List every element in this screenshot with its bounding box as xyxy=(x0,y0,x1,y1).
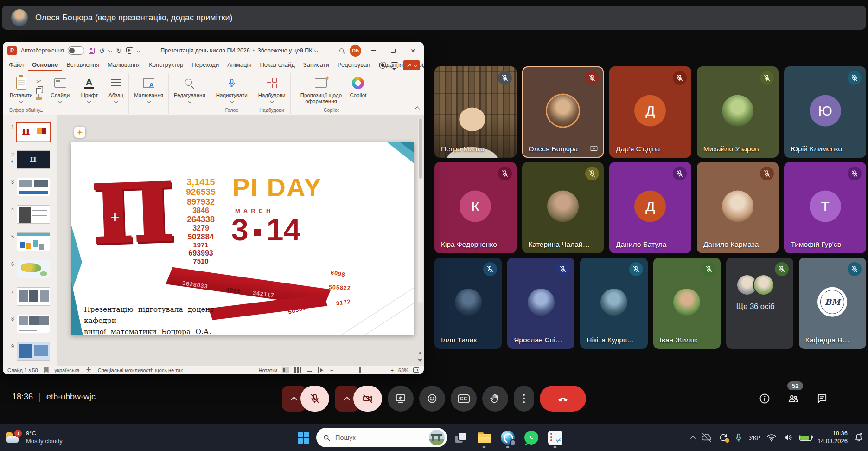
search-highlight-image[interactable] xyxy=(429,430,445,445)
weather-widget[interactable]: 1 9°C Mostly cloudy xyxy=(5,424,63,451)
record-icon[interactable] xyxy=(379,62,386,69)
slide-thumbnail[interactable] xyxy=(17,260,50,278)
participant-tile[interactable]: Петро Минко xyxy=(434,66,517,158)
activities-button[interactable] xyxy=(845,393,857,405)
slide-thumbnail[interactable] xyxy=(17,342,50,361)
reactions-button[interactable] xyxy=(419,386,445,412)
font-button[interactable]: Шрифт xyxy=(78,74,100,103)
participant-tile[interactable]: Михайло Уваров xyxy=(697,66,779,158)
paste-button[interactable]: Вставити xyxy=(8,74,34,103)
captions-button[interactable]: CC xyxy=(451,386,477,412)
edge-button[interactable] xyxy=(498,426,518,449)
zoom-level[interactable]: 63% xyxy=(398,367,408,373)
normal-view-icon[interactable] xyxy=(282,367,289,373)
notes-button[interactable]: Нотатки xyxy=(258,367,277,373)
task-view-button[interactable] xyxy=(450,426,471,449)
slide-thumbnail[interactable] xyxy=(17,315,50,333)
participant-tile[interactable]: Нікіта Кудря… xyxy=(580,258,647,349)
collapse-ribbon-icon[interactable] xyxy=(415,106,420,111)
search-box[interactable]: Пошук xyxy=(316,428,447,447)
taskbar-clock[interactable]: 18:36 14.03.2026 xyxy=(817,430,848,445)
tab-home[interactable]: Основне xyxy=(28,59,62,71)
chat-button[interactable] xyxy=(816,393,828,405)
tab-animations[interactable]: Анімація xyxy=(223,59,255,71)
tab-record[interactable]: Записати xyxy=(299,59,333,71)
next-slide-icon[interactable] xyxy=(418,359,422,362)
mic-in-use-icon[interactable] xyxy=(734,433,743,442)
zoom-in-icon[interactable]: + xyxy=(391,367,394,373)
format-painter-icon[interactable] xyxy=(36,97,42,100)
volume-icon[interactable] xyxy=(783,432,794,443)
comments-icon[interactable] xyxy=(391,62,398,68)
mic-mute-button[interactable] xyxy=(300,386,329,412)
autosave-toggle[interactable] xyxy=(68,46,84,55)
notification-bell-icon[interactable] xyxy=(853,432,864,443)
dialog-launcher-icon[interactable] xyxy=(40,109,43,112)
undo-icon[interactable]: ↺ xyxy=(99,47,105,54)
participant-tile[interactable]: ВМКафедра В… xyxy=(799,258,866,349)
editing-button[interactable]: Редагування xyxy=(172,74,207,103)
start-button[interactable] xyxy=(294,427,313,448)
participant-tile[interactable]: ДДар'я С'єдіна xyxy=(609,66,691,158)
whatsapp-button[interactable] xyxy=(521,426,542,449)
save-icon[interactable] xyxy=(89,48,95,54)
account-avatar[interactable]: ОБ xyxy=(350,45,361,57)
close-button[interactable]: × xyxy=(405,44,421,58)
slide-thumbnail[interactable] xyxy=(17,287,50,306)
participant-tile[interactable]: Ярослав Спі… xyxy=(507,258,574,349)
designer-chip[interactable] xyxy=(74,127,85,138)
share-button[interactable] xyxy=(403,60,420,70)
more-options-button[interactable] xyxy=(514,386,534,412)
slide-thumbnail[interactable] xyxy=(17,205,50,224)
file-explorer-button[interactable] xyxy=(474,426,494,449)
previous-slide-icon[interactable] xyxy=(418,352,422,354)
slides-button[interactable]: Слайди xyxy=(49,74,71,103)
camera-off-button[interactable] xyxy=(353,386,382,412)
zoom-out-icon[interactable]: − xyxy=(330,367,333,373)
participant-tile[interactable]: ЮЮрій Клименко xyxy=(784,66,866,158)
participant-tile[interactable]: ДДанило Батула xyxy=(609,162,691,253)
participants-button[interactable]: 52 xyxy=(787,393,799,405)
tab-design[interactable]: Конструктор xyxy=(145,59,187,71)
designer-button[interactable]: Пропозиції щодо оформлення xyxy=(294,74,348,105)
slide-thumbnail[interactable] xyxy=(17,178,50,196)
participant-tile[interactable]: Олеся Боцюра xyxy=(522,66,604,158)
participant-tile[interactable]: ТТимофій Гур'єв xyxy=(784,162,866,253)
participant-tile[interactable]: Ще 36 осіб xyxy=(726,258,793,349)
redo-icon[interactable]: ↻ xyxy=(116,47,122,54)
raise-hand-button[interactable] xyxy=(482,386,508,412)
slide-canvas[interactable]: π 3,141592653589793238462643383279502884… xyxy=(71,142,414,335)
language-indicator[interactable]: УКР xyxy=(749,434,760,441)
addins-button[interactable]: Надбудови xyxy=(256,74,287,103)
participant-tile[interactable]: Ілля Тилик xyxy=(434,258,502,349)
tab-file[interactable]: Файл xyxy=(5,59,28,71)
snipping-tool-button[interactable] xyxy=(545,426,565,449)
tab-draw[interactable]: Малювання xyxy=(103,59,145,71)
slide-thumbnail[interactable] xyxy=(17,123,50,142)
copy-icon[interactable] xyxy=(36,88,41,94)
quick-toolbar-caret[interactable] xyxy=(136,49,140,52)
tray-expand-icon[interactable] xyxy=(690,436,696,442)
slideshow-view-icon[interactable] xyxy=(318,367,326,373)
maximize-button[interactable] xyxy=(385,44,401,58)
slide-scrollbar[interactable] xyxy=(418,117,423,303)
present-button[interactable] xyxy=(388,386,414,412)
accessibility-status[interactable]: Спеціальні можливості: щось не так xyxy=(98,367,183,373)
start-slideshow-icon[interactable] xyxy=(126,47,133,52)
slide-thumbnail[interactable] xyxy=(17,232,50,251)
participant-tile[interactable]: Данило Кармаза xyxy=(697,162,779,253)
dictate-button[interactable]: Надиктувати xyxy=(214,74,249,103)
tab-transitions[interactable]: Переходи xyxy=(187,59,223,71)
drawing-button[interactable]: Малювання xyxy=(132,74,165,103)
copilot-button[interactable]: Copilot xyxy=(348,74,368,99)
sync-update-icon[interactable] xyxy=(718,432,728,443)
title-caret[interactable] xyxy=(314,49,318,52)
tab-insert[interactable]: Вставлення xyxy=(62,59,103,71)
reading-view-icon[interactable] xyxy=(306,367,313,373)
minimize-button[interactable] xyxy=(365,44,381,58)
cut-icon[interactable] xyxy=(36,77,41,85)
bookmark-icon[interactable] xyxy=(44,367,49,373)
undo-caret[interactable] xyxy=(108,49,112,52)
paragraph-button[interactable]: Абзац xyxy=(107,74,125,103)
onedrive-paused-icon[interactable] xyxy=(701,432,713,444)
